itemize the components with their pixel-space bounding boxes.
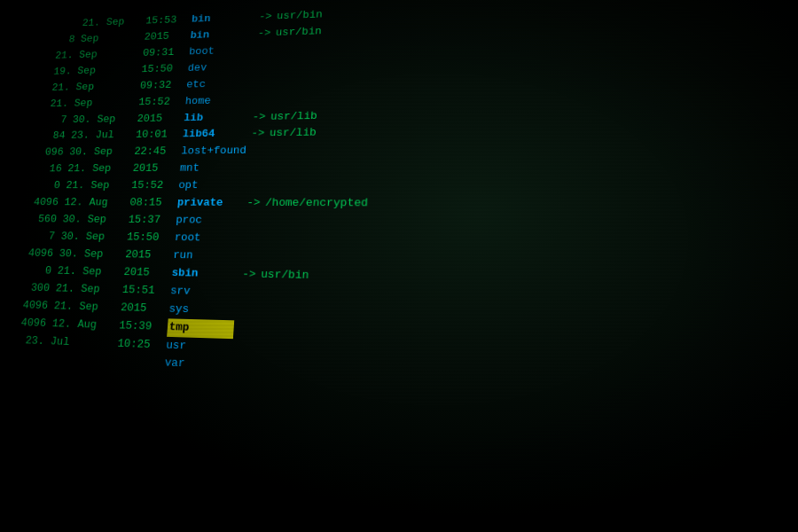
entry-name: etc [186, 75, 251, 93]
line-num: 0 [27, 178, 66, 195]
entry-name: opt [178, 177, 244, 195]
entry-name: usr [166, 336, 233, 356]
entry-name: lib64 [182, 126, 246, 144]
link-target: usr/lib [270, 108, 317, 126]
line-time: 2015 [137, 110, 184, 128]
line-time: 15:52 [130, 177, 179, 194]
link-target: /home/encrypted [264, 195, 368, 213]
line-num: 23. [11, 332, 51, 350]
line-date: 12. Aug [64, 195, 131, 212]
line-num: 4096 [12, 314, 52, 332]
entry-name: tmp [167, 318, 234, 339]
line-num: 21. [38, 80, 77, 97]
line-date: Sep [80, 29, 145, 47]
line-num [9, 349, 50, 369]
entry-name: proc [176, 212, 242, 230]
line-time: 15:51 [121, 281, 171, 300]
link-target: usr/lib [269, 125, 317, 143]
link-target: usr/bin [276, 7, 323, 25]
line-date [48, 350, 117, 371]
arrow: -> [246, 126, 270, 144]
line-time: 2015 [123, 264, 173, 283]
line-time: 09:32 [139, 77, 187, 95]
line-date: Sep [76, 62, 142, 80]
line-date: 30. Sep [59, 246, 126, 264]
line-date: 30. Sep [60, 229, 128, 246]
entry-name: private [176, 195, 242, 213]
terminal-line: 0 21. Sep 15:52 opt [27, 176, 798, 195]
line-time: 10:01 [135, 127, 183, 145]
arrow: -> [241, 195, 265, 213]
line-num: 8 [43, 32, 82, 49]
line-num: 7 [35, 112, 74, 129]
entry-name: dev [187, 59, 252, 76]
line-num: 560 [24, 211, 64, 228]
line-time: 2015 [120, 299, 169, 318]
entry-name: lib [184, 109, 248, 127]
line-time: 2015 [144, 28, 191, 46]
entry-name: var [164, 355, 232, 376]
entry-name: home [184, 92, 249, 110]
line-date: Sep [78, 45, 144, 63]
line-date: 21. Sep [53, 298, 121, 317]
line-num: 84 [33, 129, 72, 145]
line-num: 096 [31, 145, 70, 161]
entry-name: bin [190, 26, 254, 44]
link-target: usr/bin [275, 23, 322, 41]
line-time: 15:50 [126, 229, 175, 246]
entry-name: root [174, 230, 240, 248]
line-time: 22:45 [134, 144, 183, 160]
entry-name: sys [168, 301, 236, 320]
entry-name: run [172, 247, 239, 266]
arrow: -> [247, 108, 271, 126]
line-time: 15:53 [145, 12, 192, 29]
entry-name: sbin [171, 264, 238, 283]
line-date: 30. Sep [62, 212, 129, 230]
line-date: Sep [75, 78, 141, 96]
line-num: 7 [22, 228, 62, 246]
entry-name: mnt [179, 160, 245, 178]
line-date: 21. Sep [66, 160, 133, 177]
terminal-window: 21. Sep 15:53 bin->usr/bin 8 Sep 2015 bi… [0, 0, 798, 532]
line-time: 2015 [132, 160, 181, 177]
line-num: 4096 [15, 297, 55, 316]
entry-name: lost+found [181, 143, 247, 160]
arrow: -> [254, 9, 278, 26]
line-time: 15:37 [128, 212, 176, 230]
line-time: 15:39 [118, 317, 168, 336]
line-date: 12. Aug [51, 315, 120, 334]
line-time: 09:31 [142, 44, 190, 62]
terminal-content: 21. Sep 15:53 bin->usr/bin 8 Sep 2015 bi… [0, 0, 798, 425]
line-date: Jul [50, 332, 119, 353]
line-num: 21. [36, 96, 75, 113]
line-date: 21. Sep [65, 177, 131, 194]
line-time: 08:15 [129, 195, 178, 213]
line-num: 4096 [20, 245, 60, 262]
line-time: 15:52 [138, 93, 186, 111]
line-date: Sep [74, 94, 139, 112]
line-num: 4096 [26, 194, 65, 211]
line-num: 16 [29, 161, 68, 178]
line-num: 21. [42, 48, 80, 65]
line-date: 21. Sep [57, 262, 125, 281]
entry-name: srv [169, 282, 237, 301]
line-date: 30. Sep [68, 144, 135, 160]
line-num [45, 16, 83, 33]
line-num: 0 [19, 262, 59, 280]
line-time: 15:50 [141, 60, 189, 78]
arrow: -> [253, 25, 277, 42]
link-target: usr/bin [261, 266, 309, 285]
line-num: 300 [17, 279, 57, 298]
line-date: 21. Sep [55, 280, 123, 299]
entry-name: boot [188, 43, 252, 61]
line-date: 30. Sep [72, 111, 138, 129]
line-time [115, 353, 166, 373]
arrow: -> [237, 266, 262, 285]
line-num: 19. [40, 64, 78, 81]
line-time: 2015 [124, 246, 174, 265]
line-date: 23. Jul [70, 128, 137, 145]
line-time: 10:25 [117, 335, 167, 355]
